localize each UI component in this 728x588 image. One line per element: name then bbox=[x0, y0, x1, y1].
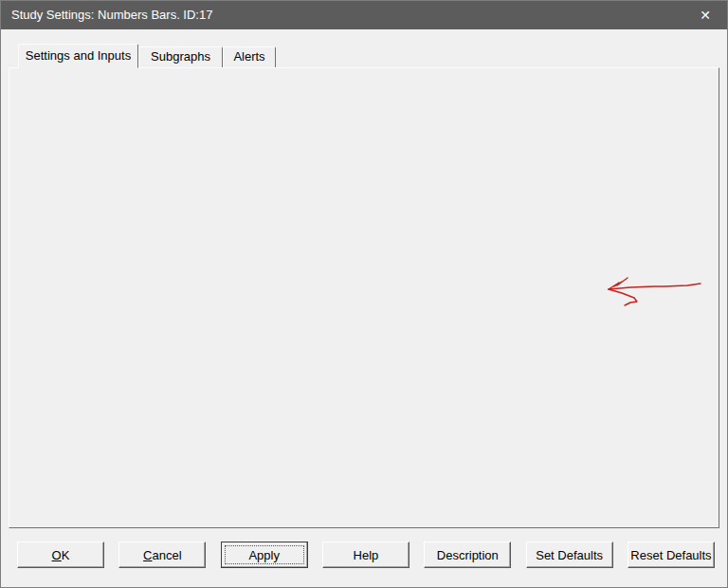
set-defaults-button[interactable]: Set Defaults bbox=[526, 542, 613, 568]
tab-page bbox=[9, 67, 719, 528]
title-bar: Study Settings: Numbers Bars. ID:17 ✕ bbox=[1, 1, 727, 29]
description-button[interactable]: Description bbox=[424, 542, 511, 568]
cancel-button[interactable]: Cancel bbox=[118, 542, 206, 568]
tab-settings-and-inputs[interactable]: Settings and Inputs bbox=[18, 44, 138, 68]
help-button[interactable]: Help bbox=[322, 542, 410, 568]
window-title: Study Settings: Numbers Bars. ID:17 bbox=[11, 1, 212, 29]
tab-alerts[interactable]: Alerts bbox=[223, 46, 276, 67]
reset-defaults-button[interactable]: Reset Defaults bbox=[628, 542, 715, 568]
dialog-buttons: OKCancelApplyHelpDescriptionSet Defaults… bbox=[1, 542, 728, 569]
study-settings-dialog: Study Settings: Numbers Bars. ID:17 ✕ Se… bbox=[0, 0, 728, 588]
tab-subgraphs[interactable]: Subgraphs bbox=[138, 46, 223, 67]
apply-button[interactable]: Apply bbox=[221, 542, 308, 568]
ok-button[interactable]: OK bbox=[17, 542, 104, 568]
close-icon[interactable]: ✕ bbox=[685, 1, 725, 29]
